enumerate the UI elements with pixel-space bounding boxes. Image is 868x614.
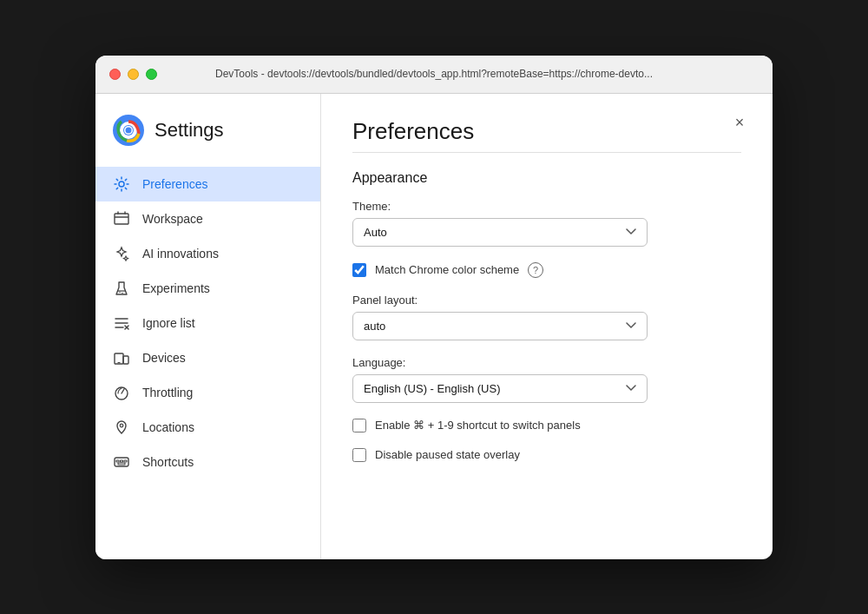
- locations-icon: [113, 419, 130, 436]
- sidebar-label-devices: Devices: [142, 351, 186, 365]
- ignore-list-icon: [113, 314, 130, 332]
- page-title: Preferences: [352, 118, 741, 145]
- svg-point-14: [120, 424, 123, 427]
- theme-label: Theme:: [352, 200, 741, 213]
- theme-field: Theme: Auto Light Dark System preference: [352, 200, 741, 247]
- sidebar-label-preferences: Preferences: [142, 177, 207, 191]
- devtools-window: DevTools - devtools://devtools/bundled/d…: [95, 56, 773, 559]
- titlebar-url: DevTools - devtools://devtools/bundled/d…: [95, 68, 773, 80]
- sidebar-label-workspace: Workspace: [142, 212, 203, 226]
- maximize-traffic-light[interactable]: [146, 69, 157, 80]
- sidebar-nav: Preferences Workspace: [95, 167, 320, 479]
- paused-overlay-field: Disable paused state overlay: [352, 448, 741, 462]
- svg-rect-6: [115, 214, 128, 224]
- experiments-icon: [113, 280, 130, 297]
- match-chrome-row: Match Chrome color scheme ?: [352, 262, 741, 278]
- sidebar-label-locations: Locations: [142, 420, 194, 434]
- sidebar-label-shortcuts: Shortcuts: [142, 455, 194, 469]
- sidebar-item-workspace[interactable]: Workspace: [95, 201, 320, 236]
- svg-rect-12: [123, 356, 128, 364]
- match-chrome-help-icon[interactable]: ?: [528, 262, 543, 278]
- minimize-traffic-light[interactable]: [128, 69, 139, 80]
- panel-layout-label: Panel layout:: [352, 294, 741, 307]
- shortcut-row: Enable ⌘ + 1-9 shortcut to switch panels: [352, 419, 741, 432]
- sidebar-item-shortcuts[interactable]: Shortcuts: [95, 445, 320, 479]
- page-divider: [352, 152, 741, 153]
- shortcuts-icon: [113, 453, 130, 471]
- svg-rect-16: [116, 460, 119, 462]
- sidebar-item-locations[interactable]: Locations: [95, 410, 320, 445]
- panel-layout-field: Panel layout: auto horizontal vertical: [352, 294, 741, 340]
- chrome-icon: [113, 115, 144, 146]
- shortcut-checkbox[interactable]: [352, 419, 366, 432]
- workspace-icon: [113, 210, 130, 228]
- paused-overlay-row: Disable paused state overlay: [352, 448, 741, 462]
- svg-point-7: [119, 291, 120, 292]
- language-label: Language:: [352, 356, 741, 369]
- theme-select[interactable]: Auto Light Dark System preference: [352, 218, 648, 247]
- svg-point-5: [119, 182, 124, 187]
- sidebar-label-throttling: Throttling: [142, 386, 193, 399]
- svg-rect-19: [118, 463, 125, 465]
- ai-innovations-icon: [113, 245, 130, 262]
- sidebar-header: Settings: [95, 115, 320, 167]
- match-chrome-checkbox[interactable]: [352, 263, 366, 277]
- devices-icon: [113, 349, 130, 366]
- sidebar: Settings Preferences: [95, 94, 321, 559]
- language-field: Language: English (US) - English (US) Sy…: [352, 356, 741, 403]
- sidebar-item-experiments[interactable]: Experiments: [95, 271, 320, 306]
- language-select[interactable]: English (US) - English (US) System defau…: [352, 374, 648, 403]
- throttling-icon: [113, 384, 130, 401]
- main-content: × Preferences Appearance Theme: Auto Lig…: [321, 94, 773, 559]
- sidebar-label-ignore: Ignore list: [142, 316, 195, 330]
- window-body: Settings Preferences: [95, 94, 773, 559]
- sidebar-label-experiments: Experiments: [142, 281, 210, 295]
- sidebar-item-ai-innovations[interactable]: AI innovations: [95, 236, 320, 271]
- appearance-section-title: Appearance: [352, 170, 741, 186]
- sidebar-title: Settings: [155, 119, 224, 142]
- match-chrome-field: Match Chrome color scheme ?: [352, 262, 741, 278]
- svg-point-4: [126, 127, 132, 133]
- svg-point-8: [122, 292, 122, 293]
- panel-layout-select[interactable]: auto horizontal vertical: [352, 312, 648, 340]
- paused-overlay-label: Disable paused state overlay: [375, 448, 520, 461]
- sidebar-label-ai: AI innovations: [142, 247, 219, 261]
- titlebar: DevTools - devtools://devtools/bundled/d…: [95, 56, 773, 94]
- svg-rect-17: [121, 460, 123, 462]
- sidebar-item-preferences[interactable]: Preferences: [95, 167, 320, 201]
- sidebar-item-throttling[interactable]: Throttling: [95, 375, 320, 410]
- preferences-icon: [113, 175, 130, 193]
- match-chrome-label: Match Chrome color scheme: [375, 263, 519, 276]
- sidebar-item-ignore-list[interactable]: Ignore list: [95, 306, 320, 340]
- traffic-lights: [109, 69, 157, 80]
- shortcut-switch-field: Enable ⌘ + 1-9 shortcut to switch panels: [352, 419, 741, 432]
- svg-rect-18: [124, 460, 127, 462]
- paused-overlay-checkbox[interactable]: [352, 448, 366, 462]
- close-traffic-light[interactable]: [109, 69, 121, 80]
- shortcut-label: Enable ⌘ + 1-9 shortcut to switch panels: [375, 419, 581, 432]
- sidebar-item-devices[interactable]: Devices: [95, 340, 320, 375]
- close-button[interactable]: ×: [727, 111, 752, 135]
